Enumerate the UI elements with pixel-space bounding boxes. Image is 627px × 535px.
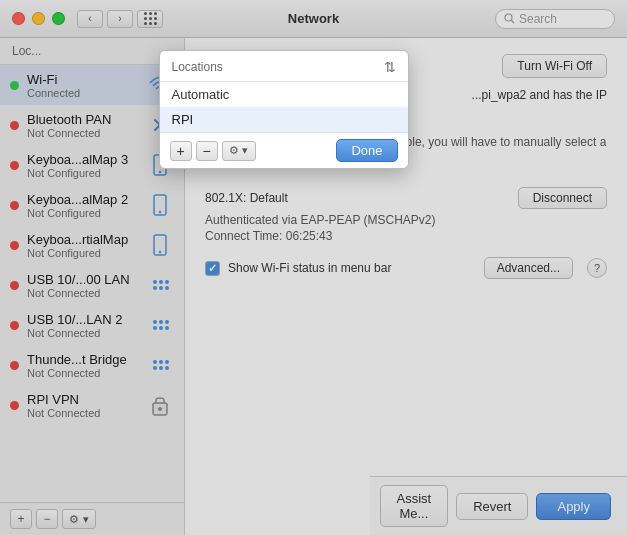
dropdown-header-label: Locations (172, 60, 223, 74)
dropdown-header: Locations ⇅ (160, 51, 408, 82)
dropdown-done-button[interactable]: Done (336, 139, 397, 162)
dropdown-arrow-icon: ⇅ (384, 59, 396, 75)
dropdown-item-automatic[interactable]: Automatic (160, 82, 408, 107)
dropdown-toolbar: + − ⚙ ▾ Done (160, 132, 408, 168)
dropdown-panel: Locations ⇅ Automatic RPI + − ⚙ ▾ Done (159, 50, 409, 169)
dropdown-remove-button[interactable]: − (196, 141, 218, 161)
dropdown-add-button[interactable]: + (170, 141, 192, 161)
dropdown-item-rpi[interactable]: RPI (160, 107, 408, 132)
dropdown-gear-button[interactable]: ⚙ ▾ (222, 141, 256, 161)
dropdown-overlay: Locations ⇅ Automatic RPI + − ⚙ ▾ Done (0, 0, 627, 535)
